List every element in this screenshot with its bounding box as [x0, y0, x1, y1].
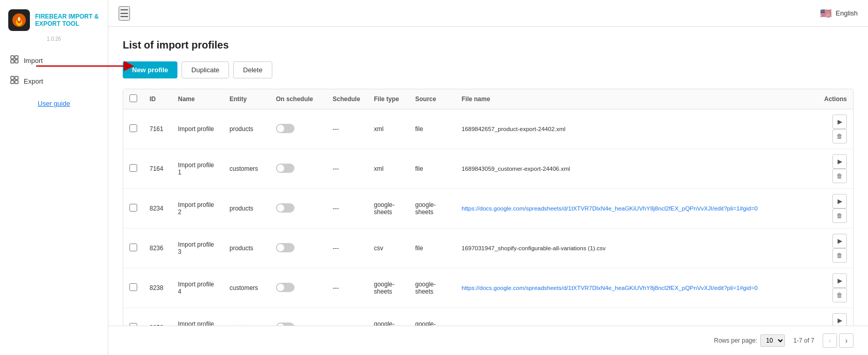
- row-on-schedule: [270, 149, 326, 189]
- table-header-row: ID Name Entity On schedule Schedule File…: [123, 89, 853, 109]
- row-actions: ▶ 🗑: [812, 189, 853, 229]
- duplicate-button[interactable]: Duplicate: [182, 61, 229, 78]
- col-header-schedule: Schedule: [326, 89, 368, 109]
- row-source: google-sheets: [409, 268, 455, 308]
- row-checkbox-cell: [123, 229, 143, 268]
- row-filename: 1697031947_shopify-configurable-all-vari…: [455, 229, 812, 268]
- row-name: Import profile 3: [172, 229, 223, 268]
- delete-row-button-1[interactable]: 🗑: [832, 169, 847, 183]
- run-button-1[interactable]: ▶: [832, 154, 847, 169]
- row-source: file: [409, 149, 455, 189]
- app-version: 1.0.26: [47, 36, 61, 46]
- table-body: 7161 Import profile products --- xml fil…: [123, 109, 853, 326]
- svg-point-3: [18, 17, 21, 21]
- page-range: 1-7: [793, 337, 802, 344]
- row-schedule: ---: [326, 308, 368, 326]
- row-name: Import profile 4: [172, 268, 223, 308]
- language-flag-icon: 🇺🇸: [820, 8, 831, 19]
- row-schedule: ---: [326, 109, 368, 149]
- row-checkbox-1[interactable]: [129, 164, 137, 172]
- row-schedule: ---: [326, 149, 368, 189]
- rows-per-page-label: Rows per page:: [714, 337, 757, 344]
- page-of: of: [804, 337, 811, 344]
- run-button-0[interactable]: ▶: [832, 115, 847, 129]
- select-all-checkbox[interactable]: [129, 94, 137, 102]
- run-button-2[interactable]: ▶: [832, 194, 847, 208]
- row-actions: ▶ 🗑: [812, 109, 853, 149]
- row-filename: https://docs.google.com/spreadsheets/d/1…: [455, 308, 812, 326]
- schedule-toggle[interactable]: [276, 283, 294, 292]
- row-on-schedule: [270, 229, 326, 268]
- run-button-4[interactable]: ▶: [832, 273, 847, 288]
- rows-per-page-select[interactable]: 10 25 50: [760, 334, 785, 347]
- row-source: google-sheets: [409, 189, 455, 229]
- row-checkbox-2[interactable]: [129, 204, 137, 212]
- row-source: google-sheets: [409, 308, 455, 326]
- toolbar: New profile Duplicate Delete: [123, 61, 854, 78]
- row-checkbox-cell: [123, 149, 143, 189]
- schedule-toggle[interactable]: [276, 203, 294, 213]
- page-prev-button[interactable]: ‹: [823, 333, 837, 348]
- page-total: 7: [811, 337, 814, 344]
- export-icon: [10, 76, 19, 86]
- topbar-right: 🇺🇸 English: [820, 8, 858, 19]
- content-area: List of import profiles New profile Dupl…: [108, 27, 868, 326]
- row-on-schedule: [270, 109, 326, 149]
- row-id: 8253: [143, 308, 172, 326]
- new-profile-button[interactable]: New profile: [123, 61, 177, 78]
- delete-row-button-0[interactable]: 🗑: [832, 129, 847, 143]
- svg-rect-8: [11, 76, 14, 79]
- row-file-type: xml: [368, 149, 409, 189]
- profiles-table-container: ID Name Entity On schedule Schedule File…: [123, 89, 854, 326]
- sidebar-item-export[interactable]: Export: [0, 71, 108, 91]
- row-file-type: google-sheets: [368, 308, 409, 326]
- sidebar: FIREBEAR IMPORT & EXPORT TOOL 1.0.26 Imp…: [0, 0, 108, 355]
- row-checkbox-4[interactable]: [129, 283, 137, 291]
- svg-rect-6: [11, 60, 14, 63]
- sidebar-item-import-label: Import: [24, 57, 43, 64]
- svg-rect-10: [11, 80, 14, 84]
- row-on-schedule: [270, 308, 326, 326]
- schedule-toggle[interactable]: [276, 164, 294, 173]
- page-title: List of import profiles: [123, 39, 854, 51]
- schedule-toggle[interactable]: [276, 124, 294, 133]
- col-header-on-schedule: On schedule: [270, 89, 326, 109]
- row-checkbox-0[interactable]: [129, 124, 137, 132]
- row-actions: ▶ 🗑: [812, 229, 853, 268]
- row-file-type: csv: [368, 229, 409, 268]
- rows-per-page-control: Rows per page: 10 25 50: [714, 334, 785, 347]
- col-header-id: ID: [143, 89, 172, 109]
- row-file-type: google-sheets: [368, 189, 409, 229]
- sidebar-navigation: Import Export: [0, 46, 108, 95]
- schedule-toggle[interactable]: [276, 243, 294, 252]
- col-header-filename: File name: [455, 89, 812, 109]
- page-next-button[interactable]: ›: [839, 333, 854, 348]
- row-checkbox-cell: [123, 109, 143, 149]
- delete-row-button-4[interactable]: 🗑: [832, 288, 847, 302]
- table-row: 7161 Import profile products --- xml fil…: [123, 109, 853, 149]
- col-header-source: Source: [409, 89, 455, 109]
- user-guide-link[interactable]: User guide: [27, 98, 80, 109]
- sidebar-item-import[interactable]: Import: [0, 50, 108, 71]
- svg-rect-11: [15, 80, 18, 84]
- row-name: Import profile: [172, 109, 223, 149]
- row-actions: ▶ 🗑: [812, 149, 853, 189]
- delete-row-button-2[interactable]: 🗑: [832, 208, 847, 223]
- row-schedule: ---: [326, 189, 368, 229]
- hamburger-menu-button[interactable]: ☰: [119, 6, 130, 21]
- row-checkbox-cell: [123, 189, 143, 229]
- row-file-type: google-sheets: [368, 268, 409, 308]
- page-navigation: ‹ ›: [823, 333, 854, 348]
- delete-button[interactable]: Delete: [233, 61, 272, 78]
- sidebar-item-export-label: Export: [24, 77, 43, 85]
- schedule-toggle[interactable]: [276, 322, 294, 326]
- row-on-schedule: [270, 189, 326, 229]
- select-all-header: [123, 89, 143, 109]
- delete-row-button-3[interactable]: 🗑: [832, 248, 847, 263]
- row-checkbox-cell: [123, 268, 143, 308]
- run-button-5[interactable]: ▶: [832, 313, 847, 326]
- run-button-3[interactable]: ▶: [832, 234, 847, 248]
- col-header-actions: Actions: [812, 89, 853, 109]
- row-checkbox-3[interactable]: [129, 244, 137, 251]
- row-name: Import profile 1: [172, 149, 223, 189]
